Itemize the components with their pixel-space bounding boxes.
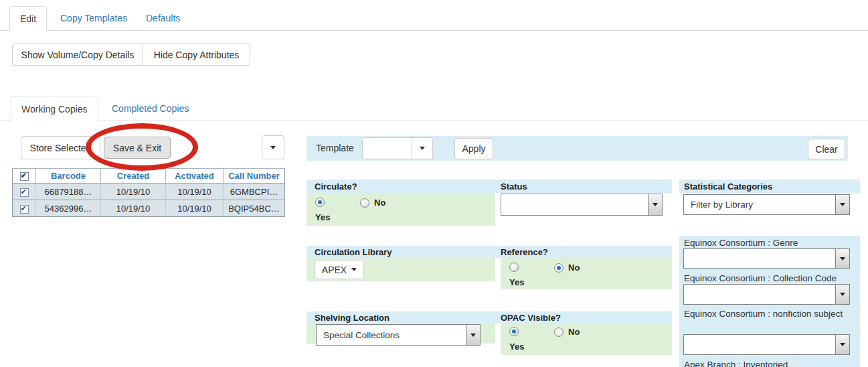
row-checkbox-cell [13,184,36,200]
opac-visible-no-option: No [554,327,580,337]
save-and-exit-label: Save & Exit [113,143,161,153]
opac-visible-yes-option: Yes [509,327,524,352]
nonfiction-subject-select[interactable] [683,334,850,355]
opac-visible-label: OPAC Visible? [501,313,561,323]
tab-working-copies-label: Working Copies [21,104,88,115]
more-actions-dropdown-button[interactable] [262,135,284,159]
template-label: Template [316,143,354,153]
show-volume-copy-details-button[interactable]: Show Volume/Copy Details [12,44,143,66]
opac-visible-no-radio[interactable] [554,327,563,337]
call-number-cell: BQIP54BC… [224,200,285,217]
reference-no-radio[interactable] [554,263,563,273]
circulation-library-dropdown-button[interactable]: APEX [315,260,364,279]
stat-categories-label: Statistical Categories [684,181,772,192]
opac-visible-radio-group: Yes No [501,323,672,355]
tab-working-copies[interactable]: Working Copies [11,96,98,121]
working-copies-table: Barcode Created Activated Call Number 66… [12,168,285,217]
reference-no-label: No [568,263,580,273]
row-checkbox-cell [13,200,36,217]
top-tabbar-divider [0,30,868,31]
chevron-down-icon [270,146,276,149]
filter-by-library-value: Filter by Library [684,195,835,214]
status-label: Status [501,181,527,192]
column-header-activated[interactable]: Activated [166,169,224,184]
table-header-row: Barcode Created Activated Call Number [13,169,285,184]
circulate-yes-label: Yes [315,212,330,222]
clear-label: Clear [815,144,837,155]
tab-edit[interactable]: Edit [9,6,47,31]
chevron-down-icon [351,268,357,271]
template-bar: Template Apply Clear [307,136,848,161]
reference-yes-label: Yes [509,277,524,287]
reference-yes-radio[interactable] [509,263,519,272]
opac-visible-yes-radio[interactable] [509,327,519,336]
clear-template-button[interactable]: Clear [808,139,845,159]
row1-header-band: Circulate? Status [307,179,672,193]
column-header-call-number[interactable]: Call Number [224,169,285,184]
hide-copy-attributes-label: Hide Copy Attributes [154,50,240,60]
circulate-no-radio[interactable] [360,198,369,208]
reference-yes-option: Yes [509,263,524,287]
circulate-yes-option: Yes [315,198,330,222]
select-all-checkbox[interactable] [20,172,29,181]
template-select-value [363,138,412,159]
circulate-no-label: No [374,198,385,208]
status-select-value [501,194,648,215]
reference-radio-group: Yes No [501,258,672,289]
chevron-down-icon [835,249,849,268]
circulate-radio-group: Yes No [307,193,495,226]
nonfiction-subject-select-value [684,335,835,354]
opac-visible-yes-label: Yes [509,342,524,352]
barcode-cell: 66879188… [36,184,101,200]
barcode-cell: 54362996… [36,200,101,217]
stat-cat-entry-label: Equinox Consortium : Genre [684,238,798,248]
shelving-location-value: Special Collections [317,325,466,345]
created-cell: 10/19/10 [101,184,166,200]
activated-cell: 10/19/10 [166,184,224,200]
circulate-label: Circulate? [315,181,357,192]
chevron-down-icon [835,335,849,354]
store-selected-button[interactable]: Store Selected [21,136,100,159]
status-select[interactable] [501,194,663,216]
template-select[interactable] [362,137,433,159]
genre-select[interactable] [683,248,850,269]
stat-cat-entry-label: Equinox Consortium : nonfiction subject [684,308,845,319]
row3-header-band: Shelving Location OPAC Visible? [307,311,672,323]
save-and-exit-button[interactable]: Save & Exit [104,137,171,159]
chevron-down-icon [412,138,432,159]
table-row[interactable]: 54362996… 10/19/10 10/19/10 BQIP54BC… [13,200,285,217]
circulate-no-option: No [360,198,385,208]
reference-no-option: No [554,263,580,273]
opac-visible-no-label: No [568,327,580,337]
column-header-created[interactable]: Created [101,169,166,184]
circulation-library-label: Circulation Library [315,247,392,257]
chevron-down-icon [835,285,849,304]
activated-cell: 10/19/10 [166,200,224,217]
collection-code-select[interactable] [683,284,850,305]
created-cell: 10/19/10 [101,200,166,217]
stat-cat-entry-label: Equinox Consortium : Collection Code [684,273,837,283]
row-checkbox[interactable] [20,188,29,197]
collection-code-select-value [684,285,835,304]
table-row[interactable]: 66879188… 10/19/10 10/19/10 6GMBCPI… [13,184,285,200]
filter-by-library-select[interactable]: Filter by Library [683,194,850,215]
stat-cat-entry-label: Apex Branch : Inventoried [684,360,788,367]
show-volume-copy-details-label: Show Volume/Copy Details [21,50,135,60]
hide-copy-attributes-button[interactable]: Hide Copy Attributes [143,44,250,66]
reference-label: Reference? [501,247,548,257]
circulate-yes-radio[interactable] [315,198,325,207]
apply-template-button[interactable]: Apply [454,138,493,159]
genre-select-value [684,249,835,268]
store-selected-label: Store Selected [30,143,92,153]
tab-copy-templates[interactable]: Copy Templates [60,13,127,23]
copy-editor-screen: Edit Copy Templates Defaults Show Volume… [0,0,868,367]
tab-defaults[interactable]: Defaults [146,13,180,23]
select-all-header-cell [13,169,36,184]
chevron-down-icon [648,194,662,215]
tab-completed-copies[interactable]: Completed Copies [112,103,189,114]
shelving-location-select[interactable]: Special Collections [316,324,481,346]
row-checkbox[interactable] [20,205,29,214]
column-header-barcode[interactable]: Barcode [36,169,101,184]
call-number-cell: 6GMBCPI… [224,184,285,200]
copies-tabbar-divider [0,121,868,121]
